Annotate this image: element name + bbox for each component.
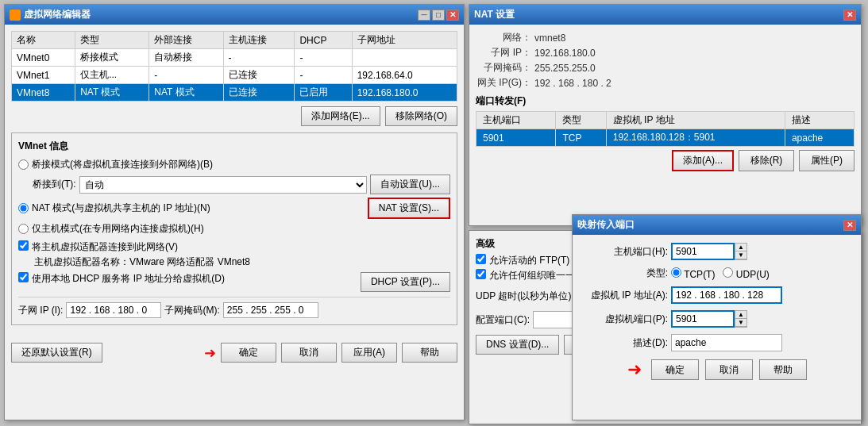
adapter-checkbox[interactable] xyxy=(18,240,29,251)
remove-network-button[interactable]: 移除网络(O) xyxy=(385,106,457,126)
adapter-name-label: 主机虚拟适配器名称：VMware 网络适配器 VMnet8 xyxy=(34,256,250,267)
adapter-checkbox-row: 将主机虚拟适配器连接到此网络(V) xyxy=(18,240,450,254)
vm-port-spinner: ▲ ▼ xyxy=(671,310,747,328)
row2-dhcp: 已启用 xyxy=(295,84,352,102)
network-table: 名称 类型 外部连接 主机连接 DHCP 子网地址 VMnet0 桥接模式 自动… xyxy=(11,31,457,102)
nat-remove-button[interactable]: 移除(R) xyxy=(739,150,794,171)
udp-radio[interactable] xyxy=(723,267,733,278)
mapping-help-button[interactable]: 帮助 xyxy=(759,359,807,380)
nat-close-button[interactable]: ✕ xyxy=(843,10,856,21)
network-label: 网络： xyxy=(476,31,531,44)
vnet-editor-titlebar: 虚拟网络编辑器 ─ □ ✕ xyxy=(5,5,464,25)
gateway-value: 192 . 168 . 180 . 2 xyxy=(534,78,611,89)
port-row0-type: TCP xyxy=(556,129,606,147)
subnet-mask-label: 子网掩码(M): xyxy=(164,304,219,317)
row0-subnet xyxy=(352,49,457,67)
udp-label: UDP(U) xyxy=(723,267,769,280)
add-network-button[interactable]: 添加网络(E)... xyxy=(301,106,380,126)
bridge-to-label: 桥接到(T): xyxy=(33,178,76,191)
cancel-button[interactable]: 取消 xyxy=(281,343,337,363)
row0-type: 桥接模式 xyxy=(75,49,149,67)
host-port-up-button[interactable]: ▲ xyxy=(735,244,746,251)
vm-port-up-button[interactable]: ▲ xyxy=(735,311,746,319)
dns-settings-button[interactable]: DNS 设置(D)... xyxy=(476,335,559,355)
row1-name: VMnet1 xyxy=(12,67,75,84)
help-button[interactable]: 帮助 xyxy=(402,343,457,363)
network-info-row: 网络： vmnet8 xyxy=(476,31,854,44)
mapping-close-button[interactable]: ✕ xyxy=(843,220,856,231)
bridge-to-select[interactable]: 自动 xyxy=(79,176,368,194)
port-table-row[interactable]: 5901 TCP 192.168.180.128：5901 apache xyxy=(476,129,854,147)
subnet-mask-input[interactable] xyxy=(223,302,318,318)
host-port-label: 主机端口(H): xyxy=(581,245,668,259)
port-forward-label: 端口转发(F) xyxy=(476,94,854,108)
row0-name: VMnet0 xyxy=(12,49,75,67)
row1-subnet: 192.168.64.0 xyxy=(352,67,457,84)
adapter-name-row: 主机虚拟适配器名称：VMware 网络适配器 VMnet8 xyxy=(18,255,450,269)
unique-id-checkbox[interactable] xyxy=(476,269,486,279)
mapping-buttons: ➜ 确定 取消 帮助 xyxy=(581,359,853,380)
nat-subnet-ip-value: 192.168.180.0 xyxy=(534,48,596,59)
hostonly-label: 仅主机模式(在专用网络内连接虚拟机)(H) xyxy=(32,222,204,236)
desc-row: 描述(D): xyxy=(581,334,853,351)
ftp-checkbox[interactable] xyxy=(476,254,486,264)
bridge-to-row: 桥接到(T): 自动 自动设置(U)... xyxy=(18,175,450,194)
dhcp-checkbox[interactable] xyxy=(18,272,29,282)
port-row0-desc: apache xyxy=(785,129,854,147)
vm-ip-input[interactable] xyxy=(671,286,782,304)
subnet-ip-info-row: 子网 IP： 192.168.180.0 xyxy=(476,46,854,59)
vm-port-down-button[interactable]: ▼ xyxy=(735,319,746,327)
maximize-button[interactable]: □ xyxy=(432,10,445,21)
bridge-label: 桥接模式(将虚拟机直接连接到外部网络)(B) xyxy=(32,158,213,171)
col-ext: 外部连接 xyxy=(149,32,223,49)
vmnet-info-panel: VMnet 信息 桥接模式(将虚拟机直接连接到外部网络)(B) 桥接到(T): … xyxy=(11,132,457,325)
vnet-editor-window: 虚拟网络编辑器 ─ □ ✕ 名称 类型 外部连接 主机连接 DHCP 子网地址 xyxy=(4,4,465,420)
col-dhcp: DHCP xyxy=(295,32,352,49)
row2-subnet: 192.168.180.0 xyxy=(352,84,457,102)
nat-settings-button[interactable]: NAT 设置(S)... xyxy=(368,198,450,219)
nat-subnet-ip-label: 子网 IP： xyxy=(476,46,531,59)
vm-port-input[interactable] xyxy=(671,310,735,328)
restore-defaults-button[interactable]: 还原默认设置(R) xyxy=(11,343,102,363)
config-port-input[interactable] xyxy=(533,311,573,328)
vm-ip-label: 虚拟机 IP 地址(A): xyxy=(581,289,668,302)
auto-settings-button[interactable]: 自动设置(U)... xyxy=(370,175,450,194)
mapping-cancel-button[interactable]: 取消 xyxy=(705,359,753,380)
hostonly-mode-row: 仅主机模式(在专用网络内连接虚拟机)(H) xyxy=(18,222,450,236)
apply-button[interactable]: 应用(A) xyxy=(341,343,397,363)
ftp-label: 允许活动的 FTP(T) xyxy=(489,254,569,267)
mapping-confirm-button[interactable]: 确定 xyxy=(651,359,699,380)
subnet-ip-input[interactable] xyxy=(66,302,161,318)
nat-settings-window: NAT 设置 ✕ 网络： vmnet8 子网 IP： 192.168.180.0… xyxy=(469,4,862,226)
port-row0-vmip: 192.168.180.128：5901 xyxy=(606,129,785,147)
minimize-button[interactable]: ─ xyxy=(418,10,430,21)
host-port-input[interactable] xyxy=(671,243,735,260)
nat-add-button[interactable]: 添加(A)... xyxy=(672,150,734,171)
desc-input[interactable] xyxy=(671,334,782,351)
mapping-body: 主机端口(H): ▲ ▼ 类型: TCP(T) UDP(U) xyxy=(573,235,861,388)
row0-ext: 自动桥接 xyxy=(149,49,223,67)
dhcp-settings-button[interactable]: DHCP 设置(P)... xyxy=(361,272,450,292)
vm-port-row: 虚拟机端口(P): ▲ ▼ xyxy=(581,310,853,328)
nat-subnet-mask-label: 子网掩码： xyxy=(476,61,531,75)
dhcp-checkbox-row: 使用本地 DHCP 服务将 IP 地址分给虚拟机(D) DHCP 设置(P)..… xyxy=(18,272,450,292)
row1-ext: - xyxy=(149,67,223,84)
confirm-button[interactable]: 确定 xyxy=(221,343,276,363)
vmnet-info-title: VMnet 信息 xyxy=(18,140,450,153)
table-row[interactable]: VMnet8 NAT 模式 NAT 模式 已连接 已启用 192.168.180… xyxy=(12,84,457,102)
gateway-label: 网关 IP(G)： xyxy=(476,76,531,90)
table-row[interactable]: VMnet1 仅主机... - 已连接 - 192.168.64.0 xyxy=(12,67,457,84)
gateway-info-row: 网关 IP(G)： 192 . 168 . 180 . 2 xyxy=(476,76,854,90)
tcp-radio[interactable] xyxy=(671,267,681,278)
vm-port-spinner-buttons: ▲ ▼ xyxy=(735,310,747,328)
host-port-down-button[interactable]: ▼ xyxy=(735,251,746,259)
bridge-radio[interactable] xyxy=(18,159,29,170)
table-row[interactable]: VMnet0 桥接模式 自动桥接 - - xyxy=(12,49,457,67)
col-type: 类型 xyxy=(75,32,149,49)
nat-properties-button[interactable]: 属性(P) xyxy=(799,150,854,171)
hostonly-radio[interactable] xyxy=(18,224,29,234)
row2-type: NAT 模式 xyxy=(75,84,149,102)
nat-radio[interactable] xyxy=(18,203,29,213)
close-button[interactable]: ✕ xyxy=(446,10,459,21)
row0-dhcp: - xyxy=(295,49,352,67)
